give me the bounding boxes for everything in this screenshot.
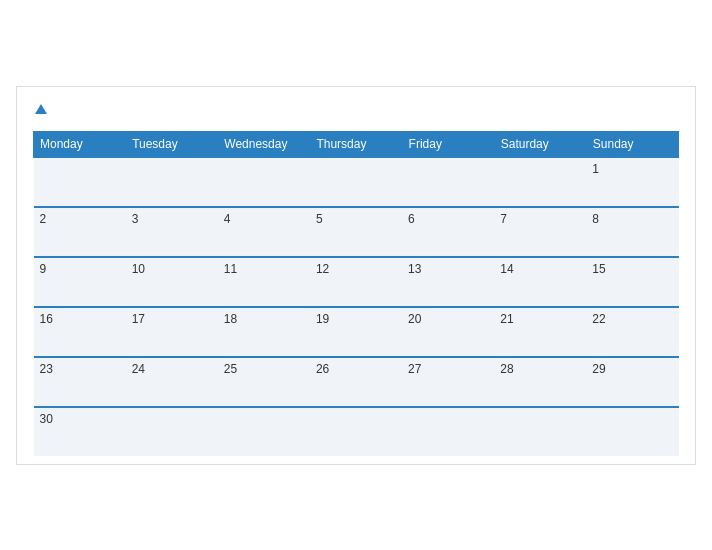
calendar-day-cell <box>126 157 218 207</box>
calendar-week-row: 9101112131415 <box>34 257 679 307</box>
calendar-day-cell: 9 <box>34 257 126 307</box>
day-number: 30 <box>40 412 53 426</box>
day-number: 17 <box>132 312 145 326</box>
calendar-day-cell: 5 <box>310 207 402 257</box>
logo-general <box>33 103 47 119</box>
day-number: 21 <box>500 312 513 326</box>
calendar-container: MondayTuesdayWednesdayThursdayFridaySatu… <box>16 86 696 465</box>
calendar-week-row: 16171819202122 <box>34 307 679 357</box>
calendar-day-cell: 7 <box>494 207 586 257</box>
calendar-week-row: 30 <box>34 407 679 456</box>
calendar-week-row: 1 <box>34 157 679 207</box>
calendar-day-cell: 12 <box>310 257 402 307</box>
day-number: 29 <box>592 362 605 376</box>
calendar-body: 1234567891011121314151617181920212223242… <box>34 157 679 456</box>
day-number: 6 <box>408 212 415 226</box>
day-number: 5 <box>316 212 323 226</box>
calendar-day-cell: 28 <box>494 357 586 407</box>
day-number: 18 <box>224 312 237 326</box>
day-number: 3 <box>132 212 139 226</box>
calendar-day-cell: 13 <box>402 257 494 307</box>
calendar-day-cell: 17 <box>126 307 218 357</box>
day-number: 23 <box>40 362 53 376</box>
calendar-day-cell <box>218 157 310 207</box>
day-number: 24 <box>132 362 145 376</box>
calendar-day-cell: 19 <box>310 307 402 357</box>
calendar-day-cell <box>218 407 310 456</box>
weekday-header-cell: Saturday <box>494 131 586 157</box>
calendar-day-cell <box>586 407 678 456</box>
calendar-day-cell <box>494 157 586 207</box>
day-number: 2 <box>40 212 47 226</box>
calendar-day-cell: 15 <box>586 257 678 307</box>
calendar-grid: MondayTuesdayWednesdayThursdayFridaySatu… <box>33 131 679 456</box>
calendar-day-cell: 8 <box>586 207 678 257</box>
calendar-day-cell: 22 <box>586 307 678 357</box>
day-number: 25 <box>224 362 237 376</box>
day-number: 15 <box>592 262 605 276</box>
day-number: 28 <box>500 362 513 376</box>
calendar-day-cell: 16 <box>34 307 126 357</box>
day-number: 9 <box>40 262 47 276</box>
logo-triangle-icon <box>35 104 47 114</box>
calendar-day-cell: 25 <box>218 357 310 407</box>
calendar-day-cell <box>34 157 126 207</box>
day-number: 10 <box>132 262 145 276</box>
day-number: 8 <box>592 212 599 226</box>
day-number: 4 <box>224 212 231 226</box>
calendar-week-row: 23242526272829 <box>34 357 679 407</box>
calendar-week-row: 2345678 <box>34 207 679 257</box>
day-number: 27 <box>408 362 421 376</box>
calendar-day-cell: 2 <box>34 207 126 257</box>
calendar-day-cell <box>402 157 494 207</box>
calendar-day-cell: 23 <box>34 357 126 407</box>
calendar-day-cell: 18 <box>218 307 310 357</box>
weekday-header-cell: Monday <box>34 131 126 157</box>
weekday-header-cell: Wednesday <box>218 131 310 157</box>
weekday-header-cell: Thursday <box>310 131 402 157</box>
weekday-header-cell: Friday <box>402 131 494 157</box>
calendar-day-cell: 29 <box>586 357 678 407</box>
day-number: 22 <box>592 312 605 326</box>
calendar-day-cell: 6 <box>402 207 494 257</box>
day-number: 20 <box>408 312 421 326</box>
day-number: 16 <box>40 312 53 326</box>
calendar-day-cell: 11 <box>218 257 310 307</box>
calendar-day-cell <box>402 407 494 456</box>
day-number: 1 <box>592 162 599 176</box>
day-number: 26 <box>316 362 329 376</box>
calendar-day-cell <box>310 407 402 456</box>
calendar-day-cell: 1 <box>586 157 678 207</box>
day-number: 19 <box>316 312 329 326</box>
day-number: 12 <box>316 262 329 276</box>
calendar-day-cell: 10 <box>126 257 218 307</box>
day-number: 13 <box>408 262 421 276</box>
calendar-day-cell: 24 <box>126 357 218 407</box>
calendar-day-cell: 20 <box>402 307 494 357</box>
calendar-day-cell: 21 <box>494 307 586 357</box>
day-number: 7 <box>500 212 507 226</box>
logo <box>33 103 47 119</box>
calendar-day-cell <box>310 157 402 207</box>
calendar-day-cell: 4 <box>218 207 310 257</box>
weekday-header-cell: Sunday <box>586 131 678 157</box>
day-number: 14 <box>500 262 513 276</box>
calendar-day-cell <box>494 407 586 456</box>
calendar-day-cell: 14 <box>494 257 586 307</box>
calendar-day-cell <box>126 407 218 456</box>
calendar-day-cell: 26 <box>310 357 402 407</box>
day-number: 11 <box>224 262 237 276</box>
calendar-day-cell: 3 <box>126 207 218 257</box>
weekday-header-row: MondayTuesdayWednesdayThursdayFridaySatu… <box>34 131 679 157</box>
calendar-header-row: MondayTuesdayWednesdayThursdayFridaySatu… <box>34 131 679 157</box>
calendar-header <box>33 103 679 119</box>
calendar-day-cell: 30 <box>34 407 126 456</box>
calendar-day-cell: 27 <box>402 357 494 407</box>
weekday-header-cell: Tuesday <box>126 131 218 157</box>
